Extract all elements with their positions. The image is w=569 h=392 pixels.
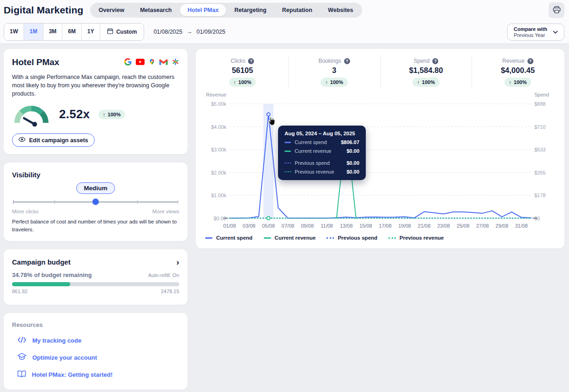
question-mark-icon[interactable]: ? — [527, 58, 533, 64]
resource-link-label: My tracking code — [32, 337, 81, 344]
question-mark-icon[interactable]: ? — [344, 58, 350, 64]
more-views-label: More views — [152, 209, 179, 214]
budget-max-value: 2478.15 — [161, 289, 179, 294]
stat-label: Spend? — [381, 58, 472, 64]
tab-overview[interactable]: Overview — [91, 4, 132, 16]
dashed-line-marker — [327, 237, 334, 239]
solid-line-marker — [284, 142, 291, 143]
date-range-display: 01/08/2025 → 01/09/2025 — [153, 29, 225, 35]
x-axis-tick: 25/08 — [457, 223, 470, 229]
tab-retargeting[interactable]: Retargeting — [227, 4, 273, 16]
left-axis-tick: $4.00k — [211, 124, 227, 130]
resource-link-my-tracking-code[interactable]: My tracking code — [18, 337, 179, 344]
data-point-marker-current-revenue[interactable] — [267, 217, 270, 220]
roas-change-badge: ↑100% — [98, 110, 126, 119]
stat-value: $4,000.45 — [472, 66, 563, 75]
range-button-1y[interactable]: 1Y — [82, 24, 100, 40]
code-icon — [18, 337, 26, 344]
tooltip-row-current-spend: Current spend$806.07 — [284, 139, 359, 145]
arrow-right-icon: → — [187, 29, 193, 35]
compare-value: Previous Year — [514, 32, 547, 38]
stat-change-value: 100% — [238, 79, 251, 85]
x-axis-tick: 17/08 — [379, 223, 392, 229]
print-button[interactable] — [549, 2, 564, 18]
performance-chart: RevenueSpend$5.00k$888$4.00k$710$3.00k$5… — [196, 90, 564, 235]
tooltip-row-label: Current spend — [295, 139, 327, 145]
date-to: 01/09/2025 — [196, 29, 225, 35]
question-mark-icon[interactable]: ? — [432, 58, 438, 64]
tooltip-date-range: Aug 05, 2024 – Aug 05, 2025 — [284, 131, 359, 136]
tooltip-row-value: $0.00 — [346, 169, 359, 175]
legend-item-previous-spend[interactable]: Previous spend — [327, 235, 377, 241]
range-button-custom[interactable]: Custom — [100, 24, 144, 40]
tab-hotel-pmax[interactable]: Hotel PMax — [180, 4, 226, 16]
calendar-icon — [107, 28, 113, 36]
solid-line-marker — [205, 237, 212, 239]
tab-reputation[interactable]: Reputation — [275, 4, 320, 16]
x-axis-tick: 19/08 — [398, 223, 411, 229]
budget-progress-bar — [12, 282, 179, 286]
x-axis-tick: 27/08 — [476, 223, 489, 229]
tooltip-row-label: Previous revenue — [295, 169, 334, 175]
dashed-line-marker — [388, 237, 396, 239]
range-button-6m[interactable]: 6M — [62, 24, 82, 40]
stat-label-text: Spend — [414, 58, 430, 64]
tooltip-row-previous-revenue: Previous revenue$0.00 — [284, 169, 359, 175]
legend-item-current-revenue[interactable]: Current revenue — [264, 235, 316, 241]
compare-dropdown[interactable]: Compare with Previous Year — [507, 24, 564, 41]
stat-clicks: Clicks?56105↑100% — [197, 55, 289, 88]
legend-item-previous-revenue[interactable]: Previous revenue — [388, 235, 444, 241]
stat-value: 56105 — [197, 66, 288, 75]
x-axis-tick: 01/08 — [223, 223, 236, 229]
data-point-marker-current-spend[interactable] — [267, 113, 270, 116]
legend-label: Previous spend — [338, 235, 377, 241]
right-axis-title: Spend — [534, 92, 549, 97]
budget-progress-fill — [12, 282, 70, 286]
range-button-1m[interactable]: 1M — [24, 24, 43, 40]
stat-bookings: Bookings?3↑100% — [289, 55, 381, 88]
x-axis-tick: 05/08 — [262, 223, 275, 229]
hover-highlight-band — [263, 104, 273, 218]
resource-link-label: Hotel PMax: Getting started! — [32, 371, 113, 378]
arrow-up-icon: ↑ — [234, 79, 236, 85]
visibility-slider[interactable] — [13, 198, 178, 205]
budget-remaining-label: 34.78% of budget remaining — [12, 271, 92, 278]
x-axis-tick: 03/08 — [242, 223, 255, 229]
chevron-right-icon[interactable]: › — [176, 258, 179, 266]
range-button-3m[interactable]: 3M — [43, 24, 63, 40]
visibility-level-badge: Medium — [76, 182, 115, 194]
tab-websites[interactable]: Websites — [321, 4, 361, 16]
eye-icon — [18, 137, 25, 144]
visibility-card: Visibility Medium More clicks More views… — [4, 163, 188, 241]
edit-campaign-assets-button[interactable]: Edit campaign assets — [12, 133, 95, 147]
left-axis-title: Revenue — [206, 92, 226, 97]
tab-metasearch[interactable]: Metasearch — [133, 4, 179, 16]
legend-label: Current revenue — [275, 235, 316, 241]
stat-label-text: Revenue — [502, 58, 525, 64]
more-clicks-label: More clicks — [12, 209, 39, 214]
stat-revenue: Revenue?$4,000.45↑100% — [472, 55, 563, 88]
right-axis-tick: $710 — [534, 124, 545, 130]
stat-label: Clicks? — [197, 58, 288, 64]
pmax-card: Hotel PMax With a single Performance Max… — [4, 49, 188, 154]
budget-title: Campaign budget — [12, 258, 71, 266]
x-axis-tick: 31/08 — [515, 223, 528, 229]
slider-tick — [54, 200, 55, 204]
range-button-1w[interactable]: 1W — [4, 24, 24, 40]
gmail-icon — [159, 59, 168, 66]
slider-thumb[interactable] — [92, 199, 99, 205]
x-axis-tick: 11/08 — [321, 223, 333, 229]
resource-link-optimize-your-account[interactable]: Optimize your account — [18, 353, 179, 362]
legend-label: Current spend — [216, 235, 253, 241]
toolbar: 1W1M3M6M1YCustom 01/08/2025 → 01/09/2025… — [0, 20, 569, 43]
google-ads-icon — [172, 58, 179, 67]
legend-item-current-spend[interactable]: Current spend — [205, 235, 253, 241]
question-mark-icon[interactable]: ? — [248, 58, 254, 64]
x-axis-tick: 29/08 — [496, 223, 508, 229]
x-axis-tick: 09/08 — [301, 223, 314, 229]
left-column: Hotel PMax With a single Performance Max… — [4, 49, 188, 392]
stat-label: Revenue? — [472, 58, 563, 64]
stat-change-badge: ↑100% — [321, 78, 348, 87]
tooltip-row-label: Current revenue — [295, 148, 332, 154]
resource-link-hotel-pmax-getting-started[interactable]: Hotel PMax: Getting started! — [18, 370, 179, 379]
